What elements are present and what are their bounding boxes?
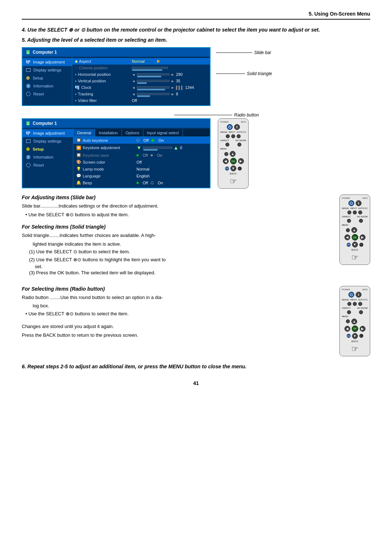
nav-right-3[interactable]: ▶ xyxy=(360,326,366,332)
callout-label-solidtriangle: Solid triangle xyxy=(216,70,281,78)
radio-on-autokeystone xyxy=(151,139,154,142)
radio-on-beep xyxy=(151,181,154,184)
osd2-row-beep[interactable]: 🔔 Beep Off On xyxy=(73,179,210,186)
ok-btn-2[interactable]: OK xyxy=(352,234,358,241)
on-btn-2[interactable]: ON xyxy=(347,243,351,247)
image-btn[interactable] xyxy=(226,134,230,138)
power-btn-3[interactable]: ⏻ xyxy=(348,292,354,298)
aspect-btn[interactable] xyxy=(225,143,229,147)
osd1-row-vertical[interactable]: ▪ Vertical position ◄ ► 35 xyxy=(72,78,210,84)
hand-icon-2: ☞ xyxy=(351,253,359,262)
power-btn-2[interactable]: ⏻ xyxy=(348,200,354,206)
on-btn-3[interactable]: ON xyxy=(347,334,351,338)
osd1-row-videofilter[interactable]: ▪ Video filter Off xyxy=(72,97,210,104)
back-label: BACK xyxy=(230,172,237,175)
osd2-sidebar-setup[interactable]: Setup xyxy=(23,145,73,153)
input-btn-3[interactable] xyxy=(353,302,357,306)
osd2-sidebar-display[interactable]: Display settings xyxy=(23,137,73,145)
noshow-btn-2[interactable] xyxy=(359,219,363,223)
menu-btn-3[interactable] xyxy=(346,319,350,323)
solidtriangle-step3: (3) Press the OK button. The selected it… xyxy=(29,269,328,276)
sidebar-item-reset[interactable]: Reset xyxy=(23,90,72,98)
ok-btn[interactable]: OK xyxy=(230,158,237,164)
sidebar-item-info[interactable]: i Information xyxy=(23,82,72,90)
horiz-slider xyxy=(137,73,170,75)
nav-down-3[interactable]: ▼ xyxy=(352,333,358,339)
osd2-sidebar-image[interactable]: Image adjustment xyxy=(23,129,73,137)
solid-triangle-indicator xyxy=(157,60,160,63)
image-btn-2[interactable] xyxy=(347,210,351,214)
svg-text:Solid triangle: Solid triangle xyxy=(247,71,272,76)
clock-slider xyxy=(137,86,170,89)
tab-options[interactable]: Options xyxy=(122,129,143,136)
back-btn-r1[interactable]: ← xyxy=(238,167,242,171)
osd1-row-tracking[interactable]: ▪ Tracking ◄ ► 8 xyxy=(72,91,210,97)
nav-left[interactable]: ◀ xyxy=(223,158,229,164)
nav-left-2[interactable]: ◀ xyxy=(344,234,350,240)
nav-down[interactable]: ▼ xyxy=(230,165,236,171)
page-container: 5. Using On-Screen Menu 4. Use the SELEC… xyxy=(0,0,392,553)
osd1-title: Computer 1 xyxy=(33,50,57,55)
bullet-on-keystonesave xyxy=(151,154,153,156)
osd2-row-screencolor[interactable]: 🎨 Screen color Off xyxy=(73,159,210,165)
aspect-btn-3[interactable] xyxy=(347,310,351,314)
nav-up-2[interactable]: ▲ xyxy=(351,227,357,233)
osd2-body: Image adjustment Display settings Setup xyxy=(23,128,210,188)
slidebar-line1: Slide bar..............Indicates setting… xyxy=(22,202,328,210)
osd1-sidebar: Image adjustment Display settings Setup … xyxy=(23,57,72,105)
callout-line-slidebar: Slide bar xyxy=(216,49,281,56)
section-slidebar: For Adjusting items (Slide bar) Slide ba… xyxy=(22,194,328,218)
back-btn-r2[interactable]: ← xyxy=(359,243,363,247)
tab-installation[interactable]: Installation xyxy=(95,129,122,136)
info-btn[interactable]: ℹ xyxy=(234,124,240,130)
info-btn-2[interactable]: ℹ xyxy=(356,200,362,206)
nav-right[interactable]: ▶ xyxy=(238,158,244,164)
menu-btn-2[interactable] xyxy=(346,228,350,232)
nav-right-2[interactable]: ▶ xyxy=(360,234,366,240)
osd2-sidebar-reset[interactable]: Reset xyxy=(23,161,73,169)
vert-slider xyxy=(137,80,170,82)
autofc-btn-3[interactable] xyxy=(358,302,362,306)
radio-section-row: For Selecting items (Radio button) Radio… xyxy=(22,286,370,356)
tab-general[interactable]: General xyxy=(73,129,95,136)
nav-down-2[interactable]: ▼ xyxy=(352,242,358,247)
osd1-wrapper: 🖥 Computer 1 Image adjustment D xyxy=(22,47,211,106)
autofc-btn-2[interactable] xyxy=(358,210,362,214)
noshow-btn-3[interactable] xyxy=(359,310,363,314)
keystone-slider xyxy=(143,147,172,149)
osd2-row-lampmode[interactable]: 💡 Lamp mode Normal xyxy=(73,165,210,172)
nav-up-3[interactable]: ▲ xyxy=(351,319,357,324)
solidtriangle-step2: (2) Use the SELECT ⊗⊙ buttons to highlig… xyxy=(29,256,328,263)
input-btn-2[interactable] xyxy=(353,210,357,214)
input-btn[interactable] xyxy=(231,134,235,138)
osd2-row-keystoneadj[interactable]: 🔽 Keystone adjustment ▼ ▲ 0 xyxy=(73,144,210,152)
on-btn[interactable]: ON xyxy=(225,167,229,171)
osd1-row-aspect[interactable]: ■ Aspect Normal xyxy=(72,58,210,65)
osd2-sidebar-info[interactable]: i Information xyxy=(23,153,73,161)
sidebar-item-setup[interactable]: Setup xyxy=(23,74,72,82)
tracking-slider xyxy=(137,93,170,95)
autofc-btn[interactable] xyxy=(237,134,241,138)
ok-btn-3[interactable]: OK xyxy=(352,325,358,332)
noshow-btn[interactable] xyxy=(237,143,241,147)
power-btn[interactable]: ⏻ xyxy=(227,124,233,130)
sections-text: For Adjusting items (Slide bar) Slide ba… xyxy=(22,194,328,282)
osd1-row-horizontal[interactable]: ▪ Horizontal position ◄ ► 290 xyxy=(72,71,210,78)
radiobutton-line2: • Use the SELECT ⊗⊙ buttons to select th… xyxy=(25,310,328,318)
aspect-btn-2[interactable] xyxy=(347,219,351,223)
osd2-row-language[interactable]: 💬 Language English xyxy=(73,172,210,179)
display-icon xyxy=(26,68,30,72)
info-btn-3[interactable]: ℹ xyxy=(356,292,362,298)
osd1-row-clock[interactable]: Clock ◄ ► ▌▌▌ 1344 xyxy=(72,84,210,91)
nav-left-3[interactable]: ◀ xyxy=(344,326,350,332)
solidtriangle-intro: Solid triangle........Indicates further … xyxy=(22,232,328,239)
step6-section: 6. Repeat steps 2-5 to adjust an additio… xyxy=(22,364,370,369)
image-btn-3[interactable] xyxy=(347,302,351,306)
menu-btn[interactable] xyxy=(224,152,228,156)
back-btn-r3[interactable]: ← xyxy=(359,334,363,338)
sidebar-item-image-adj[interactable]: Image adjustment xyxy=(23,58,72,66)
sidebar-item-display[interactable]: Display settings xyxy=(23,66,72,74)
tab-input-signal[interactable]: Input signal select xyxy=(143,129,183,136)
osd2-row-autokeystone[interactable]: 🔲 Auto keystone Off On xyxy=(73,137,210,144)
nav-up[interactable]: ▲ xyxy=(230,151,236,157)
